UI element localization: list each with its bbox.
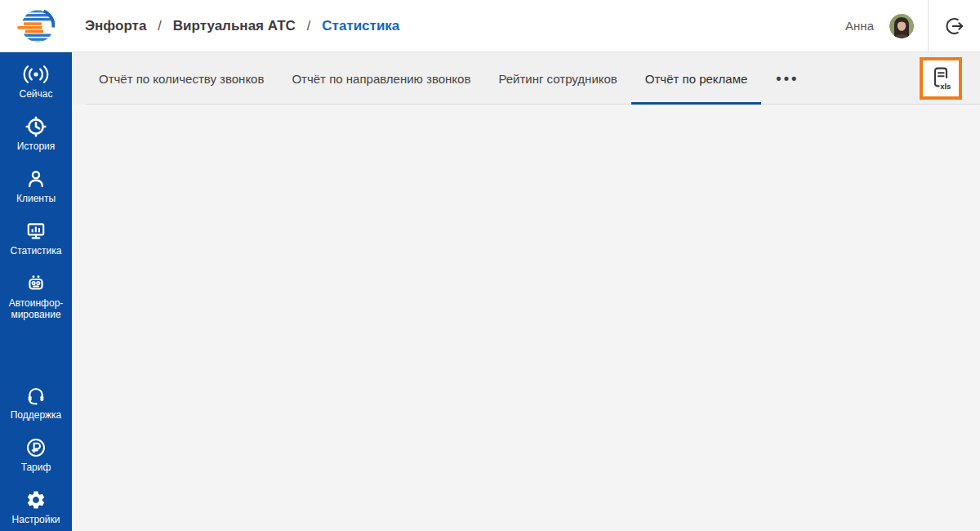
sidebar-item-label: Статистика [10, 245, 61, 257]
top-header: Энфорта / Виртуальная АТС / Статистика А… [0, 0, 980, 52]
avatar-photo-icon [889, 14, 914, 38]
sidebar-item-now[interactable]: Сейчас [20, 64, 53, 100]
clients-person-icon [25, 168, 47, 190]
tab-calls-count-report[interactable]: Отчёт по количеству звонков [85, 52, 278, 105]
sidebar-item-label: Сейчас [20, 88, 53, 100]
settings-gear-icon [25, 489, 47, 511]
breadcrumb-item-enforta[interactable]: Энфорта [85, 18, 146, 34]
statistics-monitor-icon [25, 221, 47, 242]
export-xls-button[interactable]: xls [920, 57, 962, 100]
sidebar-item-label: Настройки [12, 514, 60, 525]
user-avatar[interactable] [889, 14, 914, 38]
user-name: Анна [845, 19, 874, 33]
breadcrumb-separator: / [307, 19, 310, 33]
sidebar-item-tariff[interactable]: Тариф [21, 437, 51, 473]
app-window: Энфорта / Виртуальная АТС / Статистика А… [0, 0, 980, 531]
tab-employee-rating[interactable]: Рейтинг сотрудников [484, 52, 630, 105]
support-headset-icon [25, 385, 47, 406]
xls-export-icon: xls [930, 66, 951, 91]
logout-button[interactable] [929, 0, 980, 51]
header-right-group: Анна [845, 0, 980, 51]
sidebar-item-label: Поддержка [11, 409, 62, 421]
more-dots-icon: ••• [776, 70, 799, 87]
content-area [72, 105, 980, 531]
tab-advertising-report[interactable]: Отчёт по рекламе [631, 52, 762, 105]
sidebar-item-autoinforming[interactable]: Автоинфор- мирование [9, 273, 64, 320]
enforta-logo-icon [17, 7, 55, 46]
history-clock-icon [25, 116, 47, 137]
logout-icon [944, 16, 965, 37]
sidebar-item-label: Клиенты [16, 193, 56, 204]
live-broadcast-icon [23, 64, 49, 85]
xls-label: xls [940, 82, 951, 91]
breadcrumb-item-virtual-ats[interactable]: Виртуальная АТС [173, 18, 296, 34]
tariff-ruble-icon [25, 437, 47, 458]
sidebar-item-label-line2: мирование [11, 309, 60, 320]
sidebar-item-history[interactable]: История [17, 116, 56, 152]
sidebar-item-label: История [17, 141, 56, 152]
sidebar-item-label: Автоинфор- [9, 297, 64, 309]
sidebar-item-settings[interactable]: Настройки [12, 489, 60, 525]
breadcrumb-separator: / [158, 19, 161, 33]
robot-icon [25, 273, 47, 294]
sidebar-item-support[interactable]: Поддержка [11, 385, 62, 421]
main-area: Отчёт по количеству звонков Отчёт по нап… [72, 52, 980, 531]
sidebar-item-label: Тариф [21, 462, 51, 473]
app-logo[interactable] [0, 0, 72, 52]
sidebar-nav: Сейчас История [0, 52, 72, 531]
tab-calls-direction-report[interactable]: Отчёт по направлению звонков [278, 52, 484, 105]
more-tabs-button[interactable]: ••• [764, 52, 810, 105]
breadcrumb-item-statistics-current: Статистика [322, 18, 399, 34]
breadcrumb: Энфорта / Виртуальная АТС / Статистика [85, 18, 399, 34]
sidebar-item-statistics[interactable]: Статистика [10, 221, 61, 257]
report-tabbar: Отчёт по количеству звонков Отчёт по нап… [72, 52, 980, 105]
sidebar-item-clients[interactable]: Клиенты [16, 168, 56, 204]
